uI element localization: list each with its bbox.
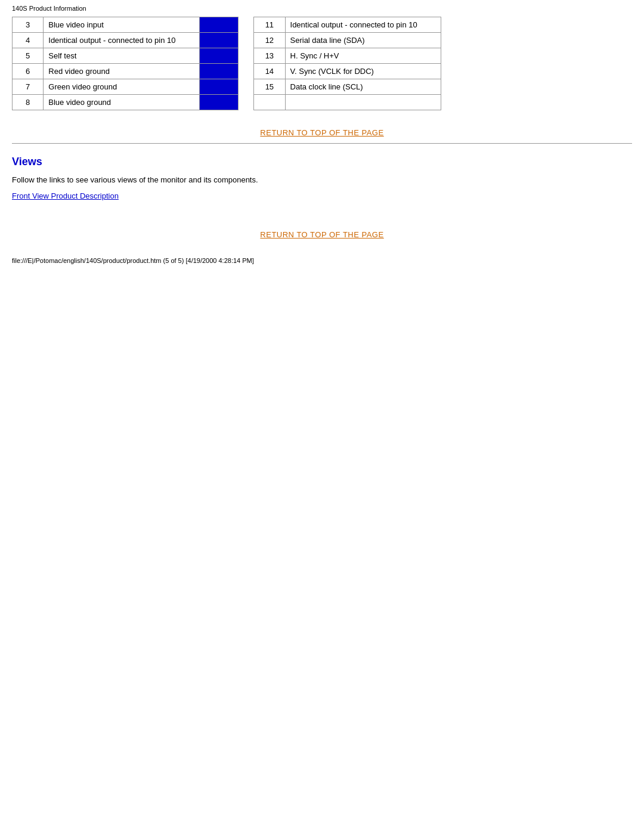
pin-label-4: Identical output - connected to pin 10 <box>44 33 199 48</box>
return-link-container-1: RETURN TO TOP OF THE PAGE <box>12 128 632 137</box>
pin-num-8: 8 <box>13 95 44 110</box>
return-to-top-link-1[interactable]: RETURN TO TOP OF THE PAGE <box>260 128 383 137</box>
pin-label-13: H. Sync / H+V <box>285 48 441 64</box>
front-view-link[interactable]: Front View Product Description <box>12 191 119 200</box>
pin-label-11: Identical output - connected to pin 10 <box>285 17 441 33</box>
pin-label-7: Green video ground <box>44 79 199 95</box>
pin-label-empty <box>285 95 441 110</box>
pin-num-5: 5 <box>13 48 44 64</box>
pin-num-3: 3 <box>13 17 44 33</box>
pin-label-6: Red video ground <box>44 64 199 79</box>
views-description: Follow the links to see various views of… <box>12 175 632 184</box>
divider <box>12 143 632 144</box>
pin-label-8: Blue video ground <box>44 95 199 110</box>
color-cell-7 <box>199 79 238 95</box>
color-cell-5 <box>199 48 238 64</box>
views-section: Views Follow the links to see various vi… <box>12 156 632 200</box>
color-cell-8 <box>199 95 238 110</box>
pin-num-12: 12 <box>254 33 285 48</box>
table-row: 3 Blue video input 11 Identical output -… <box>13 17 441 33</box>
pin-num-6: 6 <box>13 64 44 79</box>
pin-label-12: Serial data line (SDA) <box>285 33 441 48</box>
table-row: 8 Blue video ground <box>13 95 441 110</box>
pin-label-14: V. Sync (VCLK for DDC) <box>285 64 441 79</box>
table-row: 5 Self test 13 H. Sync / H+V <box>13 48 441 64</box>
pin-num-14: 14 <box>254 64 285 79</box>
pin-label-15: Data clock line (SCL) <box>285 79 441 95</box>
pin-num-empty <box>254 95 285 110</box>
color-cell-3 <box>199 17 238 33</box>
pin-num-11: 11 <box>254 17 285 33</box>
pin-num-4: 4 <box>13 33 44 48</box>
pin-table: 3 Blue video input 11 Identical output -… <box>12 17 441 110</box>
pin-num-7: 7 <box>13 79 44 95</box>
pin-num-13: 13 <box>254 48 285 64</box>
pin-num-15: 15 <box>254 79 285 95</box>
table-row: 7 Green video ground 15 Data clock line … <box>13 79 441 95</box>
pin-label-3: Blue video input <box>44 17 199 33</box>
views-heading: Views <box>12 156 632 168</box>
color-cell-6 <box>199 64 238 79</box>
breadcrumb: 140S Product Information <box>12 5 632 12</box>
table-row: 4 Identical output - connected to pin 10… <box>13 33 441 48</box>
table-row: 6 Red video ground 14 V. Sync (VCLK for … <box>13 64 441 79</box>
return-link-container-2: RETURN TO TOP OF THE PAGE <box>12 230 632 239</box>
color-cell-4 <box>199 33 238 48</box>
return-to-top-link-2[interactable]: RETURN TO TOP OF THE PAGE <box>260 230 383 239</box>
pin-label-5: Self test <box>44 48 199 64</box>
status-bar: file:///E|/Potomac/english/140S/product/… <box>12 257 254 264</box>
